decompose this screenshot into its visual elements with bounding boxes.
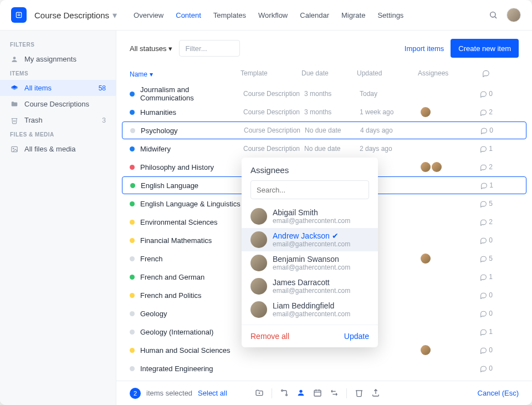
filter-input[interactable] — [179, 40, 240, 57]
sidebar-item-label: My assignments — [24, 55, 76, 63]
row-comments[interactable]: 1 — [470, 328, 493, 336]
assignee-option[interactable]: James Darracottemail@gathercontent.com — [242, 275, 378, 298]
row-name: English Language & Linguistics — [140, 200, 243, 208]
row-comments[interactable]: 1 — [471, 181, 493, 189]
row-comments[interactable]: 5 — [470, 200, 493, 207]
assignee-icon[interactable] — [296, 388, 305, 398]
table-row[interactable]: HumanitiesCourse Description3 months1 we… — [122, 103, 526, 121]
table-row[interactable]: Journalism and CommunicationsCourse Desc… — [122, 85, 526, 103]
table-row[interactable]: PsychologyCourse DescriptionNo due date4… — [122, 122, 526, 139]
column-comments[interactable] — [468, 69, 490, 79]
person-name: Benjamin Swanson — [273, 255, 350, 264]
row-comments[interactable]: 0 — [471, 126, 493, 134]
assignee-option[interactable]: Benjamin Swansonemail@gathercontent.com — [242, 251, 378, 275]
tab-overview[interactable]: Overview — [134, 11, 163, 19]
svg-point-12 — [299, 389, 302, 392]
row-name: Journalism and Communications — [140, 85, 243, 102]
tab-migrate[interactable]: Migrate — [341, 11, 365, 19]
row-comments[interactable]: 0 — [470, 291, 493, 299]
import-items-link[interactable]: Import items — [405, 44, 444, 53]
row-comments[interactable]: 1 — [470, 273, 493, 281]
row-name: Psychology — [141, 126, 244, 135]
row-name: French and Politics — [140, 291, 243, 300]
project-name[interactable]: Course Descriptions — [34, 11, 109, 20]
sidebar-label-items: ITEMS — [0, 67, 116, 80]
tab-settings[interactable]: Settings — [377, 11, 403, 19]
row-comments[interactable]: 1 — [470, 145, 493, 153]
create-new-item-button[interactable]: Create new item — [451, 39, 519, 58]
assignee-option[interactable]: Abigail Smithemail@gathercontent.com — [242, 205, 378, 228]
workflow-icon[interactable] — [280, 388, 289, 398]
row-comments[interactable]: 0 — [470, 310, 493, 317]
item-count: 3 — [102, 117, 106, 124]
trash-icon — [10, 117, 19, 124]
column-assignees[interactable]: Assignees — [418, 69, 468, 79]
cancel-link[interactable]: Cancel (Esc) — [478, 389, 519, 397]
status-dot — [130, 110, 135, 115]
row-assignees — [421, 162, 470, 172]
sidebar-item-my-assignments[interactable]: My assignments — [0, 51, 116, 67]
tab-templates[interactable]: Templates — [213, 11, 246, 19]
table-row[interactable]: MidwiferyCourse DescriptionNo due date2 … — [122, 140, 526, 158]
row-comments[interactable]: 0 — [470, 90, 493, 98]
remove-all-button[interactable]: Remove all — [250, 332, 289, 341]
row-assignees — [421, 254, 470, 264]
assignee-list: Abigail Smithemail@gathercontent.comAndr… — [242, 205, 378, 321]
assignee-option[interactable]: Andrew Jackson ✔email@gathercontent.com — [242, 228, 378, 251]
assignee-avatar — [421, 254, 431, 264]
status-dot — [130, 348, 135, 353]
titlebar: Course Descriptions ▾ OverviewContentTem… — [0, 0, 532, 31]
chevron-down-icon[interactable]: ▾ — [112, 10, 117, 21]
row-template: Course Description — [243, 145, 304, 153]
check-icon: ✔ — [332, 231, 339, 240]
assignee-option[interactable]: Liam Beddingfieldemail@gathercontent.com — [242, 298, 378, 321]
avatar — [250, 208, 267, 225]
search-icon[interactable] — [489, 11, 498, 19]
column-due[interactable]: Due date — [301, 69, 357, 79]
row-comments[interactable]: 2 — [470, 163, 493, 171]
export-icon[interactable] — [371, 388, 380, 398]
status-filter[interactable]: All statuses ▾ — [130, 44, 172, 53]
calendar-icon[interactable] — [313, 388, 322, 398]
main-tabs: OverviewContentTemplatesWorkflowCalendar… — [134, 11, 403, 19]
tab-content[interactable]: Content — [176, 11, 201, 19]
person-email: email@gathercontent.com — [273, 264, 350, 271]
row-comments[interactable]: 0 — [470, 236, 493, 244]
duplicate-icon[interactable] — [330, 388, 339, 398]
row-template: Course Description — [244, 126, 305, 134]
svg-rect-8 — [12, 146, 18, 151]
tab-calendar[interactable]: Calendar — [300, 11, 329, 19]
folder-move-icon[interactable] — [255, 388, 264, 398]
column-name[interactable]: Name ▾ — [130, 69, 241, 79]
status-dot — [130, 220, 135, 225]
sidebar-item-files[interactable]: All files & media — [0, 141, 116, 157]
status-dot — [130, 165, 135, 170]
avatar — [250, 301, 267, 318]
row-name: English Language — [141, 181, 244, 190]
row-due: 3 months — [304, 90, 360, 98]
row-comments[interactable]: 0 — [470, 346, 493, 354]
user-avatar[interactable] — [507, 8, 521, 22]
column-updated[interactable]: Updated — [357, 69, 418, 79]
sidebar-item-course-descriptions[interactable]: Course Descriptions — [0, 96, 116, 112]
sidebar-item-all-items[interactable]: All items 58 — [0, 80, 116, 96]
select-all-link[interactable]: Select all — [198, 389, 227, 397]
column-template[interactable]: Template — [241, 69, 301, 79]
row-comments[interactable]: 2 — [470, 218, 493, 226]
row-updated: Today — [360, 90, 421, 98]
trash-icon[interactable] — [355, 388, 364, 398]
row-comments[interactable]: 2 — [470, 108, 493, 116]
status-dot — [130, 128, 135, 133]
tab-workflow[interactable]: Workflow — [258, 11, 288, 19]
status-dot — [130, 256, 135, 261]
sidebar-item-trash[interactable]: Trash 3 — [0, 112, 116, 128]
sidebar-label-filters: FILTERS — [0, 38, 116, 51]
table-row[interactable]: Integrated Engineering 0 — [122, 360, 526, 377]
row-name: Integrated Engineering — [140, 364, 243, 373]
row-comments[interactable]: 0 — [470, 364, 493, 372]
assignee-search-input[interactable] — [250, 180, 369, 199]
row-name: Philosophy and History — [140, 163, 243, 171]
update-button[interactable]: Update — [344, 332, 369, 341]
row-comments[interactable]: 5 — [470, 255, 493, 262]
person-icon — [10, 55, 19, 63]
